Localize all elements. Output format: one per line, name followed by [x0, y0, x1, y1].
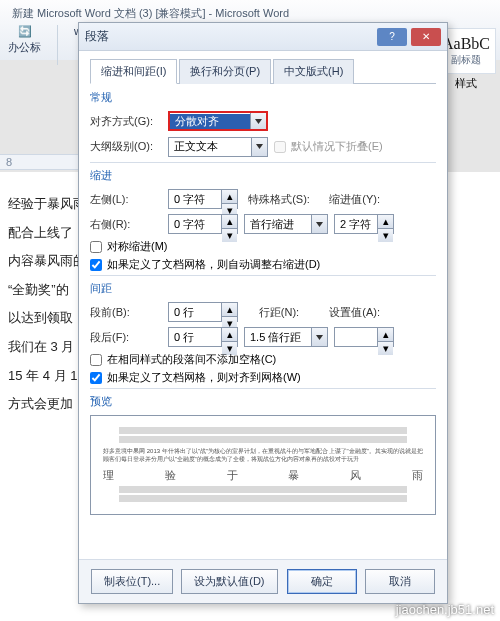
close-button[interactable]: ✕: [411, 28, 441, 46]
tab-line-page[interactable]: 换行和分页(P): [179, 59, 271, 84]
chevron-down-icon[interactable]: [251, 138, 267, 156]
by-spinner[interactable]: 2 字符▴▾: [334, 214, 394, 234]
indent-left-label: 左侧(L):: [90, 192, 162, 207]
separator: [57, 25, 58, 65]
special-combo[interactable]: 首行缩进: [244, 214, 328, 234]
at-spinner[interactable]: ▴▾: [334, 327, 394, 347]
grid-align-checkbox[interactable]: 如果定义了文档网格，则对齐到网格(W): [90, 370, 436, 385]
chevron-down-icon: [311, 328, 327, 346]
before-label: 段前(B):: [90, 305, 162, 320]
section-preview: 预览: [90, 394, 436, 409]
window-title: 新建 Microsoft Word 文档 (3) [兼容模式] - Micros…: [8, 4, 492, 23]
at-label: 设置值(A):: [320, 305, 380, 320]
outline-combo[interactable]: 正文文本: [168, 137, 268, 157]
tab-indent-spacing[interactable]: 缩进和间距(I): [90, 59, 177, 84]
watermark: jiaochen.jb51.net: [396, 602, 494, 617]
outline-label: 大纲级别(O):: [90, 139, 162, 154]
dialog-titlebar[interactable]: 段落 ? ✕: [79, 23, 447, 51]
spin-up-icon: ▴: [222, 190, 237, 204]
tab-strip: 缩进和间距(I) 换行和分页(P) 中文版式(H): [90, 58, 436, 84]
cancel-button[interactable]: 取消: [365, 569, 435, 594]
before-spinner[interactable]: 0 行▴▾: [168, 302, 238, 322]
chevron-down-icon[interactable]: [250, 113, 266, 129]
chevron-down-icon: [311, 215, 327, 233]
indent-left-spinner[interactable]: 0 字符▴▾: [168, 189, 238, 209]
tabs-button[interactable]: 制表位(T)...: [91, 569, 173, 594]
help-button[interactable]: ?: [377, 28, 407, 46]
after-label: 段后(F):: [90, 330, 162, 345]
default-button[interactable]: 设为默认值(D): [181, 569, 277, 594]
alignment-combo[interactable]: 分散对齐: [168, 111, 268, 131]
dialog-footer: 制表位(T)... 设为默认值(D) 确定 取消: [79, 559, 447, 603]
linespace-label: 行距(N):: [244, 305, 314, 320]
by-label: 缩进值(Y):: [320, 192, 380, 207]
linespace-combo[interactable]: 1.5 倍行距: [244, 327, 328, 347]
tab-asian[interactable]: 中文版式(H): [273, 59, 354, 84]
dialog-title: 段落: [85, 28, 109, 45]
indent-right-label: 右侧(R):: [90, 217, 162, 232]
preview-box: 好多意境中果网 2013 年什将出了以"战"为核心的室界计划，在重视战斗的与军地…: [90, 415, 436, 515]
after-spinner[interactable]: 0 行▴▾: [168, 327, 238, 347]
section-spacing: 间距: [90, 281, 436, 296]
indent-right-spinner[interactable]: 0 字符▴▾: [168, 214, 238, 234]
ok-button[interactable]: 确定: [287, 569, 357, 594]
alignment-label: 对齐方式(G):: [90, 114, 162, 129]
section-indent: 缩进: [90, 168, 436, 183]
grid-indent-checkbox[interactable]: 如果定义了文档网格，则自动调整右缩进(D): [90, 257, 436, 272]
collapse-checkbox[interactable]: 默认情况下折叠(E): [274, 139, 383, 154]
special-label: 特殊格式(S):: [244, 192, 314, 207]
ribbon-button[interactable]: 🔄办公标: [8, 25, 41, 65]
section-general: 常规: [90, 90, 436, 105]
paragraph-dialog: 段落 ? ✕ 缩进和间距(I) 换行和分页(P) 中文版式(H) 常规 对齐方式…: [78, 22, 448, 604]
